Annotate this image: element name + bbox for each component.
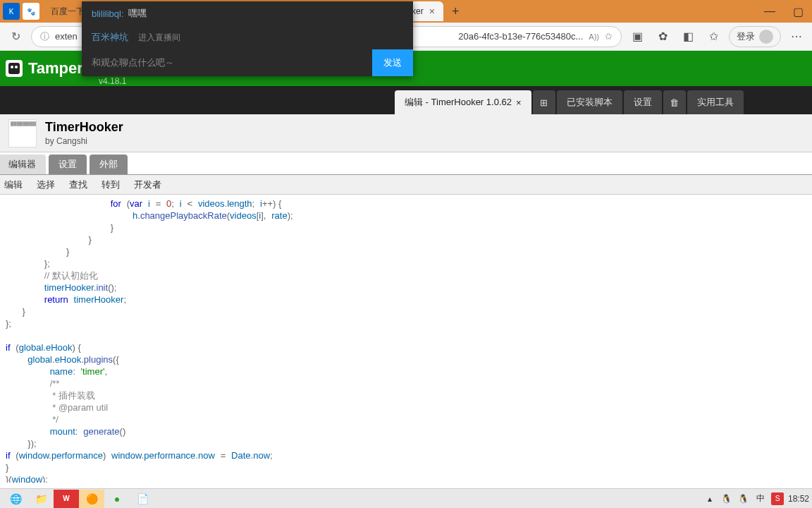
- tab-edit-script[interactable]: 编辑 - TimerHooker 1.0.62 ×: [395, 90, 531, 114]
- tampermonkey-logo-icon: [6, 60, 23, 77]
- login-button[interactable]: 登录: [729, 26, 781, 47]
- script-name: TimerHooker: [45, 120, 123, 135]
- sidebar-icon[interactable]: ◧: [678, 27, 698, 47]
- login-label: 登录: [737, 30, 755, 43]
- menu-goto[interactable]: 转到: [102, 179, 120, 191]
- maximize-button[interactable]: ▢: [784, 0, 812, 23]
- tab-installed[interactable]: 已安装脚本: [557, 90, 622, 114]
- new-tab-button[interactable]: +: [452, 4, 460, 19]
- tray-qq-icon[interactable]: 🐧: [720, 492, 733, 505]
- menu-find[interactable]: 查找: [69, 179, 87, 191]
- tampermonkey-version: v4.18.1: [99, 76, 126, 86]
- windows-taskbar: 🌐 📁 W 🟠 ● 📄 ▴ 🐧 🐧 中 S 18:52: [0, 488, 812, 508]
- trash-button[interactable]: 🗑: [663, 90, 686, 114]
- chat-username-2: 百米神坑: [92, 31, 128, 44]
- new-script-button[interactable]: ⊞: [533, 90, 555, 114]
- wallet-icon[interactable]: ▣: [627, 27, 647, 47]
- tray-sogou-icon[interactable]: S: [771, 492, 784, 505]
- collections-icon[interactable]: ✩: [703, 27, 723, 47]
- chat-input-row: 和观众聊点什么吧～ 发送: [82, 49, 413, 76]
- menu-developer[interactable]: 开发者: [134, 179, 161, 191]
- avatar-icon: [759, 30, 773, 44]
- tray-up-icon[interactable]: ▴: [703, 492, 716, 505]
- subtab-editor[interactable]: 编辑器: [0, 155, 46, 174]
- tab-settings[interactable]: 设置: [624, 90, 662, 114]
- menu-select[interactable]: 选择: [37, 179, 55, 191]
- tampermonkey-tabs: 编辑 - TimerHooker 1.0.62 × ⊞ 已安装脚本 设置 🗑 实…: [0, 86, 812, 114]
- system-tray: ▴ 🐧 🐧 中 S 18:52: [703, 492, 809, 505]
- live-chat-popup: blililibql: 嘿嘿 百米神坑 进入直播间 和观众聊点什么吧～ 发送: [82, 1, 413, 76]
- extensions-icon[interactable]: ✿: [653, 27, 672, 47]
- minimize-button[interactable]: —: [756, 0, 784, 23]
- tray-qq2-icon[interactable]: 🐧: [737, 492, 750, 505]
- taskbar-wechat-icon[interactable]: ●: [104, 490, 130, 508]
- tab-edit-close-icon[interactable]: ×: [516, 97, 522, 108]
- taskbar-wps-icon[interactable]: W: [54, 490, 79, 508]
- script-header: ▓▓▓▓▓▓▓▓▓▓▓▓ TimerHooker by Cangshi: [0, 114, 812, 152]
- tray-ime-icon[interactable]: 中: [754, 492, 767, 505]
- chat-input[interactable]: 和观众聊点什么吧～: [82, 49, 372, 76]
- script-icon: ▓▓▓▓▓▓▓▓▓▓▓▓: [8, 119, 37, 147]
- taskbar-app-icon[interactable]: 🟠: [79, 490, 104, 508]
- editor-menu-bar: 编辑 选择 查找 转到 开发者: [0, 175, 812, 195]
- chat-message: blililibql: 嘿嘿: [82, 1, 413, 25]
- more-icon[interactable]: ⋯: [787, 27, 806, 47]
- tray-clock[interactable]: 18:52: [788, 494, 809, 504]
- url-suffix: 20a6-4fc3-b13e-776c53480c...: [458, 31, 583, 42]
- tab-utils[interactable]: 实用工具: [687, 90, 744, 114]
- script-author: by Cangshi: [45, 136, 123, 146]
- reload-button[interactable]: ↻: [6, 27, 25, 47]
- url-prefix: exten: [55, 31, 78, 42]
- tab-icon-k[interactable]: K: [3, 3, 20, 20]
- taskbar-explorer-icon[interactable]: 📁: [28, 490, 54, 508]
- menu-edit[interactable]: 编辑: [4, 179, 23, 191]
- site-info-icon[interactable]: ⓘ: [40, 30, 49, 43]
- tab-edit-label: 编辑 - TimerHooker 1.0.62: [405, 96, 512, 109]
- subtab-settings[interactable]: 设置: [49, 155, 87, 174]
- taskbar-doc-icon[interactable]: 📄: [130, 490, 155, 508]
- taskbar-edge-icon[interactable]: 🌐: [3, 490, 28, 508]
- code-editor[interactable]: for (var i = 0; i < videos.length; i++) …: [0, 195, 812, 483]
- read-aloud-icon[interactable]: A)): [589, 32, 599, 41]
- subtab-external[interactable]: 外部: [90, 155, 128, 174]
- svg-point-1: [11, 66, 13, 68]
- tab-close-icon[interactable]: ×: [429, 6, 435, 17]
- chat-message-2: 百米神坑 进入直播间: [82, 25, 413, 49]
- script-subtabs: 编辑器 设置 外部: [0, 152, 812, 175]
- send-button[interactable]: 发送: [372, 49, 413, 76]
- chat-text: 嘿嘿: [128, 7, 147, 20]
- tab-icon-baidu[interactable]: 🐾: [23, 3, 39, 20]
- enter-live-link[interactable]: 进入直播间: [138, 32, 180, 44]
- favorite-icon[interactable]: ✩: [605, 31, 613, 42]
- svg-rect-0: [8, 63, 20, 74]
- chat-username: blililibql:: [92, 8, 124, 19]
- code-content: for (var i = 0; i < videos.length; i++) …: [6, 198, 806, 483]
- svg-point-2: [15, 66, 18, 68]
- window-controls: — ▢: [756, 0, 812, 23]
